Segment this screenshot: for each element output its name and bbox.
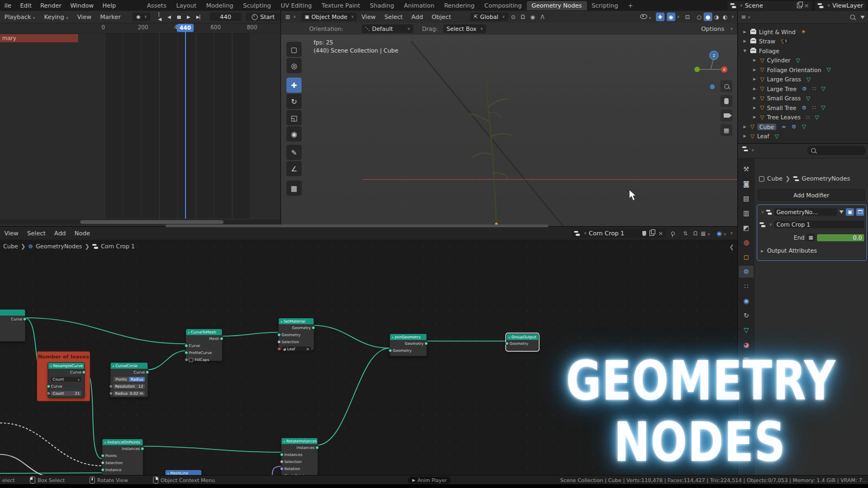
node-header-group-output[interactable]: ∨GroupOutput [507, 334, 538, 340]
pan-button[interactable] [720, 95, 732, 107]
node-instance-on-points[interactable]: ∨InstanceOnPointsInstancesPointsSelectio… [102, 439, 143, 475]
node-header-instance-on-points[interactable]: ∨InstanceOnPoints [103, 439, 143, 445]
output-socket[interactable] [82, 370, 86, 374]
breadcrumb-object[interactable]: Cube [767, 175, 782, 182]
options-button[interactable]: Options [697, 25, 728, 33]
properties-tab-world[interactable]: ◍ [739, 236, 754, 248]
close-icon[interactable]: × [804, 2, 809, 9]
menu-view[interactable]: View [73, 14, 95, 21]
input-socket[interactable] [280, 453, 284, 457]
arrow-right-icon[interactable]: ▶ [752, 115, 757, 119]
input-socket[interactable] [101, 468, 105, 472]
output-socket[interactable] [424, 342, 428, 345]
workspace-tab-uv-editing[interactable]: UV Editing [276, 1, 316, 10]
input-socket[interactable] [277, 333, 281, 337]
node-curve-to-mesh[interactable]: ∨CurveToMeshMeshCurveProfileCurveFillCap… [186, 329, 222, 361]
scene-selector[interactable]: ∨ Scene × [727, 1, 812, 10]
shading-solid-button[interactable]: ● [704, 12, 712, 21]
dopesheet-summary-channel[interactable]: mary [0, 34, 78, 42]
arrow-right-icon[interactable]: ▶ [742, 125, 748, 129]
outliner-row-tree-leaves[interactable]: ▶▽Tree Leaves∷▽ [738, 113, 868, 122]
jump-to-end-button[interactable]: ▶| [193, 15, 203, 20]
visibility-dropdown[interactable]: ∨ [636, 14, 656, 21]
realtime-display-toggle[interactable]: 🗖 [856, 208, 864, 216]
output-socket[interactable] [315, 446, 319, 450]
overlays-toggle[interactable]: ◉ [667, 12, 675, 21]
outliner-row-large-tree[interactable]: ▶▽Large Tree⚙∷▽ [738, 84, 868, 93]
node-header-curve-circle[interactable]: ∨CurveCircle [111, 363, 148, 369]
segment-points[interactable]: Points [113, 377, 129, 382]
select-box-tool[interactable]: ▢ [286, 42, 302, 57]
material-socket[interactable] [277, 347, 281, 351]
modifier-panel-header[interactable]: ∨ GeometryNo... ▣ 🗖 [760, 208, 864, 216]
input-socket[interactable] [184, 351, 188, 355]
arrow-right-icon[interactable]: ▶ [752, 106, 757, 110]
gizmo-toggle[interactable]: ✚ [656, 12, 665, 21]
pin-icon[interactable] [671, 232, 675, 235]
node-header-resample-curve[interactable]: ∨ResampleCurve [48, 363, 84, 369]
annotate-tool[interactable]: ✎ [286, 145, 302, 160]
jump-to-start-button[interactable]: |◀ [155, 12, 164, 22]
node-header-set-material[interactable]: ∨SetMaterial [279, 318, 314, 324]
input-socket[interactable] [280, 460, 284, 464]
input-socket[interactable] [184, 358, 188, 362]
outliner-row-small-grass[interactable]: ▶▽Small Grass▽ [738, 94, 868, 103]
auto-keying-button[interactable]: ◉∨ [132, 12, 150, 21]
workspace-tab-rendering[interactable]: Rendering [439, 1, 480, 10]
prev-keyframe-button[interactable]: ◀ [164, 15, 174, 20]
menu-object[interactable]: Object [427, 14, 456, 21]
outliner-row-leaf[interactable]: ▶▽Leaf▽ [738, 132, 868, 141]
menu-ile[interactable]: ile [0, 2, 16, 9]
input-socket[interactable] [280, 467, 284, 471]
menu-keying[interactable]: Keying∨ [40, 14, 73, 21]
properties-tab-tool[interactable]: ⚒ [739, 163, 754, 175]
node-resample-curve[interactable]: ∨ResampleCurveCurveCount∨CurveCount21 [48, 362, 85, 398]
timeline-scrollbar-thumb[interactable] [80, 220, 224, 224]
properties-editor-icon[interactable] [742, 146, 748, 151]
arrow-right-icon[interactable]: ▶ [742, 39, 748, 43]
output-socket[interactable] [220, 337, 224, 341]
node-dropdown[interactable]: Count∨ [51, 377, 81, 382]
attribute-toggle-icon[interactable]: ▦ [807, 234, 815, 241]
node-join-geometry[interactable]: ∨JoinGeometryGeometryGeometry [390, 333, 427, 356]
node-header-rotate-instances[interactable]: ∨RotateInstances [282, 438, 317, 444]
menu-render[interactable]: Render [36, 2, 66, 9]
workspace-tab-assets[interactable]: Assets [142, 1, 171, 10]
orientation-dropdown[interactable]: ⋱Default∨ [362, 24, 413, 33]
fake-user-icon[interactable] [642, 231, 646, 236]
arrow-right-icon[interactable]: ▶ [752, 77, 757, 81]
rotate-tool[interactable]: ↻ [286, 94, 302, 109]
menu-edit[interactable]: Edit [16, 2, 36, 9]
properties-tab-constraints[interactable]: ↻ [739, 310, 754, 322]
outliner-row-large-grass[interactable]: ▶▽Large Grass▽ [738, 75, 868, 84]
arrow-right-icon[interactable]: ▶ [752, 68, 757, 72]
drag-dropdown[interactable]: Select Box∨ [443, 24, 486, 33]
modifier-name-field[interactable]: GeometryNo... [774, 208, 837, 216]
workspace-tab-compositing[interactable]: Compositing [480, 1, 527, 10]
node-value-field[interactable]: Resolution12 [113, 384, 145, 389]
node-group-field[interactable]: Corn Crop 1 [774, 221, 864, 228]
outliner-editor-icon[interactable]: ≡ [741, 14, 746, 21]
input-socket[interactable] [184, 344, 188, 348]
node-header-mesh-line[interactable]: ∨MeshLine [165, 470, 201, 475]
node-value-field[interactable]: Radius0.02 m [113, 391, 145, 396]
menu-select[interactable]: Select [23, 230, 50, 237]
properties-search-input[interactable] [807, 146, 866, 155]
breadcrumb-modifier[interactable]: GeometryNodes [36, 243, 82, 249]
properties-tab-particles[interactable]: ∷ [739, 280, 754, 292]
copy-icon[interactable] [797, 3, 802, 8]
properties-tab-render[interactable]: ◙ [739, 178, 754, 190]
move-tool[interactable]: ✚ [286, 78, 302, 93]
outliner-row-cylinder[interactable]: ▶▽Cylinder▽ [738, 56, 868, 65]
node-set-material[interactable]: ∨SetMaterialGeometryGeometrySelection◕Le… [278, 318, 314, 350]
snap-toggle-icon[interactable]: ⊙ [508, 14, 518, 20]
next-keyframe-button[interactable]: ▶ [184, 15, 193, 20]
properties-tab-physics[interactable]: ◉ [739, 295, 754, 307]
input-socket[interactable] [109, 384, 113, 388]
workspace-tab-sculpting[interactable]: Sculpting [238, 1, 276, 10]
scale-tool[interactable]: ◱ [286, 110, 302, 125]
workspace-tab-shading[interactable]: Shading [365, 1, 399, 10]
menu-view[interactable]: View [0, 230, 23, 237]
unlink-icon[interactable]: × [658, 230, 663, 237]
workspace-tab-[interactable]: + [623, 1, 637, 10]
